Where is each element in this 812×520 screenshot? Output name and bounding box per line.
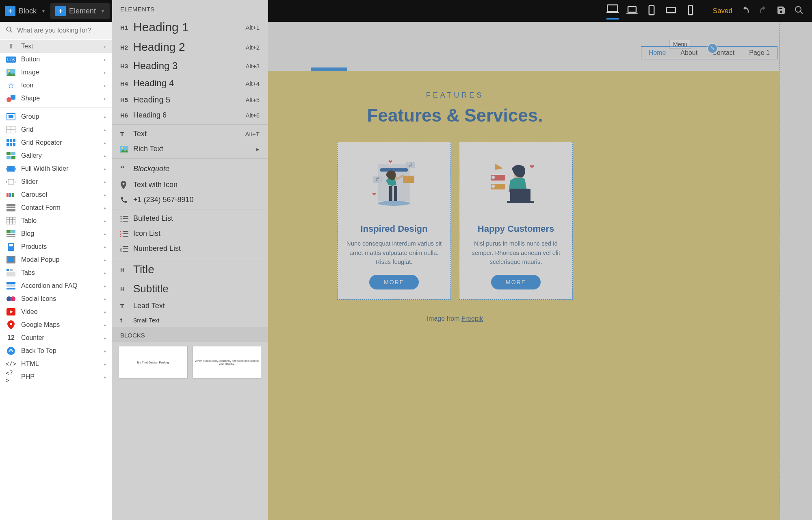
svg-rect-4: [649, 6, 654, 15]
flyout-item-label: Rich Text: [133, 145, 256, 153]
flyout-header-blocks: BLOCKS: [112, 327, 268, 342]
feature-card-2[interactable]: ❤ Happy Customer: [459, 142, 573, 300]
category-item-back-to-top[interactable]: Back To Top▸: [0, 344, 112, 357]
category-item-grid-repeater[interactable]: Grid Repeater▸: [0, 136, 112, 149]
category-label: Text: [21, 43, 33, 50]
card-body-text: Nunc consequat interdum varius sit amet …: [345, 239, 443, 267]
saved-status-label: Saved: [713, 7, 732, 15]
save-button[interactable]: [776, 5, 786, 17]
flyout-item-text[interactable]: TTextAlt+T: [112, 126, 268, 141]
attribution-link[interactable]: Freepik: [461, 315, 483, 322]
flyout-item-heading-2[interactable]: H2Heading 2Alt+2: [112, 37, 268, 57]
category-item-html[interactable]: </>HTML▸: [0, 357, 112, 370]
category-label: Slider: [21, 178, 38, 185]
category-item-shape[interactable]: Shape▸: [0, 92, 112, 105]
flyout-item-icon-list[interactable]: ✔✔✔Icon List: [112, 226, 268, 241]
flyout-item-bulleted-list[interactable]: Bulleted List: [112, 211, 268, 226]
table-icon: [6, 216, 16, 225]
flyout-item-heading-3[interactable]: H3Heading 3Alt+3: [112, 57, 268, 75]
card-title: Happy Customers: [467, 224, 565, 234]
flyout-item-heading-4[interactable]: H4Heading 4Alt+4: [112, 75, 268, 92]
category-item-products[interactable]: Products▸: [0, 240, 112, 253]
mobile-device-icon[interactable]: [684, 4, 697, 18]
flyout-item-numbered-list[interactable]: 123Numbered List: [112, 241, 268, 256]
svg-rect-1: [606, 12, 619, 13]
flyout-separator: [112, 209, 268, 209]
category-item-blog[interactable]: Blog▸: [0, 227, 112, 240]
svg-rect-61: [9, 193, 11, 197]
svg-rect-52: [6, 156, 11, 159]
chevron-right-icon: ▸: [104, 128, 106, 132]
flyout-item-lead-text[interactable]: TLead Text: [112, 298, 268, 313]
category-item-social-icons[interactable]: Social Icons▸: [0, 292, 112, 305]
nav-link-about[interactable]: About: [673, 47, 705, 59]
feature-card-1[interactable]: # # ❤ ❤: [337, 142, 451, 300]
search-input[interactable]: [17, 27, 106, 34]
svg-rect-102: [123, 233, 128, 234]
flyout-item-label: Text with Icon: [133, 181, 260, 189]
category-item-grid[interactable]: Grid▸: [0, 123, 112, 136]
add-block-label: Block: [19, 7, 37, 15]
block-thumbnail[interactable]: When it absolutely, positively has to be…: [193, 346, 262, 379]
flyout-item-text-with-icon[interactable]: Text with Icon: [112, 177, 268, 192]
edit-badge-icon[interactable]: ✎: [707, 43, 718, 54]
category-item-carousel[interactable]: Carousel▸: [0, 188, 112, 201]
category-item-accordion-and-faq[interactable]: Accordion and FAQ▸: [0, 279, 112, 292]
category-item-google-maps[interactable]: Google Maps▸: [0, 318, 112, 331]
chevron-right-icon: ▸: [104, 70, 106, 75]
category-item-image[interactable]: Image▸: [0, 66, 112, 79]
redo-button[interactable]: [758, 5, 768, 17]
category-item-full-width-slider[interactable]: ‹›Full Width Slider▸: [0, 162, 112, 175]
flyout-item-label: Numbered List: [133, 244, 260, 253]
add-block-button[interactable]: + Block ▼: [0, 3, 50, 19]
svg-rect-5: [667, 8, 676, 13]
nav-link-home[interactable]: Home: [641, 47, 673, 59]
flyout-separator: [112, 124, 268, 125]
chevron-right-icon: ▸: [104, 180, 106, 184]
illustration-person-laptop: ❤: [467, 152, 565, 217]
category-item-modal-popup[interactable]: Modal Popup▸: [0, 253, 112, 266]
chevron-right-icon: ▸: [104, 115, 106, 119]
category-item-tabs[interactable]: Tabs▸: [0, 266, 112, 279]
category-item-video[interactable]: Video▸: [0, 305, 112, 318]
category-item-group[interactable]: Group▸: [0, 110, 112, 123]
card-more-button[interactable]: MORE: [491, 275, 541, 289]
category-item-button[interactable]: LinkButton▸: [0, 53, 112, 66]
flyout-item-small-text[interactable]: tSmall Text: [112, 313, 268, 327]
card-body-text: Nisl purus in mollis nunc sed id semper.…: [467, 239, 565, 267]
tablet-landscape-device-icon[interactable]: [665, 4, 677, 18]
category-item-php[interactable]: <?>PHP▸: [0, 370, 112, 383]
flyout-item-heading-1[interactable]: H1Heading 1Alt+1: [112, 17, 268, 37]
tablet-portrait-device-icon[interactable]: [645, 4, 658, 18]
laptop-device-icon[interactable]: [626, 4, 638, 18]
zoom-button[interactable]: [794, 5, 804, 17]
category-label: Social Icons: [21, 295, 56, 302]
flyout-item-heading-6[interactable]: H6Heading 6Alt+6: [112, 108, 268, 123]
card-more-button[interactable]: MORE: [369, 275, 419, 289]
category-item-icon[interactable]: ☆Icon▸: [0, 79, 112, 92]
category-item-table[interactable]: Table▸: [0, 214, 112, 227]
undo-button[interactable]: [741, 5, 750, 17]
flyout-item-title[interactable]: HTitle: [112, 260, 268, 279]
category-item-counter[interactable]: 12Counter▸: [0, 331, 112, 344]
phone-icon: [120, 196, 133, 204]
category-item-text[interactable]: TText▸: [0, 40, 112, 53]
block-thumbnail[interactable]: It's That Design Feeling: [119, 346, 188, 379]
category-item-gallery[interactable]: Gallery▸: [0, 149, 112, 162]
svg-rect-29: [510, 189, 531, 202]
flyout-item-label: Heading 1: [133, 20, 245, 34]
category-item-contact-form[interactable]: Contact Form▸: [0, 201, 112, 214]
desktop-device-icon[interactable]: [606, 3, 619, 20]
nav-link-page1[interactable]: Page 1: [742, 47, 777, 59]
add-element-button[interactable]: + Element ▼: [50, 3, 110, 19]
flyout-item-subtitle[interactable]: HSubtitle: [112, 279, 268, 298]
html-icon: </>: [6, 359, 16, 368]
flyout-item-rich-text[interactable]: Rich Text▸: [112, 141, 268, 157]
svg-text:›: ›: [15, 166, 16, 172]
flyout-item--1-234-567-8910[interactable]: +1 (234) 567-8910: [112, 192, 268, 207]
flyout-item-heading-5[interactable]: H5Heading 5Alt+5: [112, 92, 268, 108]
category-item-slider[interactable]: ‹›Slider▸: [0, 175, 112, 188]
form-icon: [6, 203, 16, 212]
category-label: Tabs: [21, 269, 35, 276]
flyout-item-blockquote[interactable]: “Blockquote: [112, 160, 268, 177]
